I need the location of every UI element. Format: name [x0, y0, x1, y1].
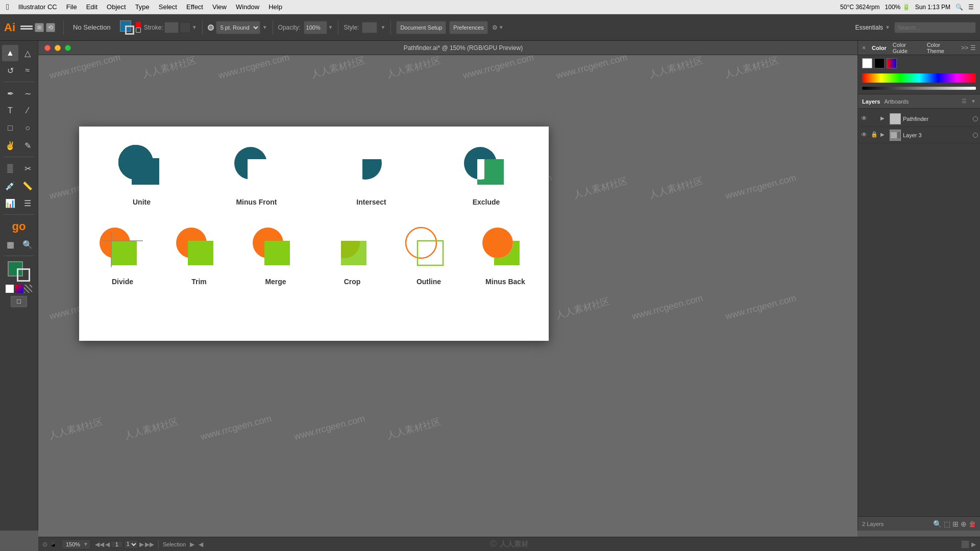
style-arrow[interactable]: ▼: [380, 24, 385, 30]
prev-btn[interactable]: ◀: [105, 541, 110, 548]
menu-view[interactable]: View: [212, 3, 227, 11]
menu-edit[interactable]: Edit: [86, 3, 97, 11]
menu-object[interactable]: Object: [107, 3, 126, 11]
stroke-swatch[interactable]: [180, 22, 191, 33]
panel-menu-arrow[interactable]: >>: [961, 44, 968, 52]
tool-back-btn[interactable]: ◀: [199, 541, 203, 548]
graph-tool[interactable]: 📊: [2, 195, 18, 211]
layer-lock-icon[interactable]: 🔒: [870, 131, 878, 139]
menu-illustrator[interactable]: Illustrator CC: [18, 3, 57, 11]
screen-mode-btn[interactable]: ☐: [11, 296, 27, 307]
arrange-mode-btn[interactable]: ⊞: [35, 23, 44, 32]
move-to-layer-icon[interactable]: ⊞: [952, 520, 959, 528]
search-icon[interactable]: 🔍: [955, 4, 963, 11]
page-input[interactable]: [111, 541, 123, 548]
menu-select[interactable]: Select: [159, 3, 177, 11]
scissors-tool[interactable]: ✂: [19, 160, 36, 177]
canvas-area[interactable]: www.rrcgeen.com人人素材社区 www.rrcgeen.com人人素…: [38, 55, 857, 537]
measure-tool[interactable]: 📏: [19, 178, 36, 194]
stroke-size-arrow[interactable]: ▼: [262, 24, 267, 30]
menu-help[interactable]: Help: [268, 3, 282, 11]
maximize-window-button[interactable]: [65, 45, 71, 51]
none-fill-icon[interactable]: [6, 285, 14, 293]
style-swatch[interactable]: [362, 22, 377, 33]
grid-tool[interactable]: ☰: [19, 195, 36, 211]
page-select[interactable]: 1: [124, 540, 138, 549]
swap-fill-stroke[interactable]: [136, 22, 141, 27]
right-panel-arrows[interactable]: ⋮: [860, 51, 866, 56]
document-setup-button[interactable]: Document Setup: [396, 21, 446, 34]
layer-expand-icon[interactable]: ▶: [880, 115, 888, 122]
next-btn[interactable]: ▶: [139, 541, 144, 548]
rotate-tool[interactable]: ↺: [2, 62, 18, 79]
color-theme-tab[interactable]: Color Theme: [925, 42, 959, 54]
color-gradient-bar[interactable]: [862, 73, 976, 83]
color-tab[interactable]: Color: [870, 45, 889, 51]
stroke-arrow[interactable]: ▼: [192, 24, 197, 30]
pen-tool[interactable]: ✒: [2, 85, 18, 102]
artboards-tab[interactable]: Artboards: [884, 98, 909, 105]
selection-tool[interactable]: ▲: [2, 45, 18, 61]
view-mode-btn[interactable]: ⟲: [46, 23, 55, 32]
layer-pathfinder[interactable]: 👁 ▶ Pathfinder: [858, 111, 980, 127]
fill-stroke-control[interactable]: [120, 20, 134, 35]
tool-mode-arrow[interactable]: ▶: [190, 541, 194, 548]
stroke-size-select[interactable]: 5 pt. Round: [216, 21, 260, 34]
zoom-arrow[interactable]: ▼: [83, 541, 88, 547]
add-layer-icon[interactable]: ⊕: [961, 520, 967, 528]
panel-options[interactable]: ☰: [970, 44, 976, 52]
new-layer-icon[interactable]: ⬚: [944, 520, 950, 528]
type-tool[interactable]: T: [2, 103, 18, 119]
fill-stroke-big[interactable]: [8, 261, 30, 282]
layer-expand-icon-2[interactable]: ▶: [880, 132, 888, 139]
pattern-fill-icon[interactable]: [24, 285, 32, 293]
warp-tool[interactable]: ≈: [19, 62, 36, 79]
next-page-btn[interactable]: ▶▶: [145, 541, 154, 548]
close-window-button[interactable]: [44, 45, 51, 51]
search-layer-icon[interactable]: 🔍: [933, 520, 942, 528]
sidebar-icon[interactable]: ☰: [968, 4, 974, 11]
stroke-color[interactable]: [164, 22, 179, 33]
layers-panel-options[interactable]: ☰: [962, 98, 967, 105]
essentials-arrow[interactable]: ▼: [885, 24, 890, 30]
menu-file[interactable]: File: [66, 3, 77, 11]
color-guide-tab[interactable]: Color Guide: [891, 42, 923, 54]
gradient-swatch[interactable]: [887, 58, 897, 68]
opacity-input[interactable]: [304, 21, 327, 34]
delete-layer-icon[interactable]: 🗑: [969, 520, 976, 528]
gradient-fill-icon[interactable]: [15, 285, 23, 293]
eyedropper-tool[interactable]: 💉: [2, 178, 18, 194]
black-swatch[interactable]: [874, 58, 885, 68]
layer-3[interactable]: 👁 🔒 ▶ Layer 3: [858, 127, 980, 143]
menu-type[interactable]: Type: [135, 3, 150, 11]
curvature-tool[interactable]: ∼: [19, 85, 36, 102]
rectangle-tool[interactable]: □: [2, 120, 18, 136]
none-icon[interactable]: [136, 28, 141, 33]
menu-window[interactable]: Window: [236, 3, 259, 11]
artboard-tool[interactable]: ▦: [2, 236, 18, 253]
zoom-input[interactable]: [64, 541, 82, 547]
line-tool[interactable]: ∕: [19, 103, 36, 119]
layers-panel-collapse[interactable]: ▼: [971, 98, 976, 104]
artboard-nav-icon[interactable]: ⊙: [42, 541, 47, 548]
pencil-tool[interactable]: ✎: [19, 137, 36, 154]
zoom-tool[interactable]: 🔍: [19, 236, 36, 253]
opacity-arrow[interactable]: ▼: [328, 24, 333, 30]
preferences-button[interactable]: Preferences: [449, 21, 487, 34]
eraser-tool[interactable]: ▒: [2, 160, 18, 177]
go-tool[interactable]: go: [10, 218, 28, 235]
zoom-control[interactable]: ▼: [61, 539, 91, 549]
ellipse-tool[interactable]: ○: [19, 120, 36, 136]
minimize-window-button[interactable]: [55, 45, 61, 51]
direct-selection-tool[interactable]: △: [19, 45, 36, 61]
prev-artboard-btn[interactable]: 📱: [50, 541, 57, 548]
status-forward-btn[interactable]: ▶: [971, 541, 976, 548]
menu-effect[interactable]: Effect: [186, 3, 203, 11]
lightness-bar[interactable]: [862, 87, 976, 90]
more-options-icon[interactable]: ⚙: [492, 24, 498, 31]
search-input[interactable]: [894, 22, 976, 33]
prev-page-btn[interactable]: ◀◀: [95, 541, 104, 548]
apple-menu[interactable]: : [6, 3, 9, 12]
more-arrow[interactable]: ▼: [499, 24, 504, 30]
paintbrush-tool[interactable]: ✌: [2, 137, 18, 154]
